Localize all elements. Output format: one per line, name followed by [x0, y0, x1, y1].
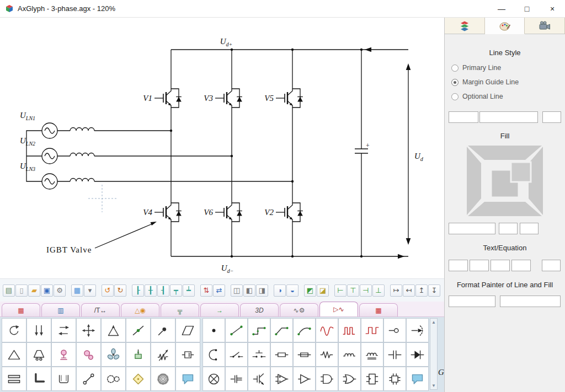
- table-dropdown-button[interactable]: ▾: [84, 284, 96, 297]
- flip-vertical-button[interactable]: ◒: [286, 284, 299, 297]
- symbol-junction-dot[interactable]: [202, 318, 225, 342]
- fill-opt1-input[interactable]: [499, 223, 518, 234]
- symbol-pin-support[interactable]: [51, 342, 76, 367]
- minimize-button[interactable]: —: [489, 0, 514, 17]
- symbol-gear[interactable]: [151, 367, 175, 391]
- text-opt2-input[interactable]: [470, 260, 489, 271]
- align-bottom-button[interactable]: ┷: [183, 284, 195, 297]
- align-top-button[interactable]: ┯: [170, 284, 182, 297]
- label-v4[interactable]: V4: [143, 208, 152, 217]
- scroll-down-icon[interactable]: ▼: [431, 383, 436, 388]
- maximize-button[interactable]: □: [514, 0, 540, 17]
- tab-shapes[interactable]: △◉: [121, 303, 159, 316]
- symbol-current-probe[interactable]: [406, 318, 429, 342]
- symbol-damper[interactable]: [175, 342, 200, 367]
- label-v5[interactable]: V5: [264, 94, 274, 103]
- move-order-up-button[interactable]: ⇅: [200, 284, 212, 297]
- pair-panels-button[interactable]: ◫: [231, 284, 243, 297]
- tab-structure[interactable]: ╦: [161, 303, 199, 316]
- symbol-sine-source[interactable]: [316, 318, 338, 342]
- symbol-roller-support[interactable]: [76, 342, 101, 367]
- symbol-node-dot[interactable]: [151, 318, 175, 342]
- symbol-arrows-shear[interactable]: [51, 318, 76, 342]
- symbol-open-terminal[interactable]: [383, 318, 406, 342]
- settings-button[interactable]: ⚙: [54, 284, 66, 297]
- symbol-ic-chip[interactable]: [383, 367, 406, 391]
- tab-mechanics[interactable]: ∿⚙: [280, 303, 318, 316]
- symbol-coil[interactable]: [338, 342, 361, 367]
- bring-to-front-button[interactable]: ◩: [304, 284, 316, 297]
- symbol-wire-step[interactable]: [248, 318, 270, 342]
- symbol-and-gate[interactable]: [316, 367, 338, 391]
- radio-button-icon[interactable]: [451, 65, 459, 72]
- open-folder-button[interactable]: ▰: [28, 284, 40, 297]
- circuit-diagram[interactable]: Ud+ Ud− Ud ULN1 ULN2 ULN3 V1 V3 V5 V4 V6…: [0, 18, 444, 278]
- symbol-capacitor[interactable]: [383, 342, 406, 367]
- label-v6[interactable]: V6: [204, 208, 213, 217]
- label-v2[interactable]: V2: [264, 208, 274, 217]
- fill-color-input[interactable]: [449, 223, 495, 234]
- align-edge-top-button[interactable]: ⊤: [347, 284, 359, 297]
- symbol-diamond-link[interactable]: [126, 367, 151, 391]
- symbol-fuse[interactable]: [293, 342, 316, 367]
- flip-horizontal-button[interactable]: ◑: [274, 284, 286, 297]
- distribute-horizontal-button[interactable]: ↦: [390, 284, 402, 297]
- panel-right-button[interactable]: ◨: [256, 284, 268, 297]
- align-edge-bottom-button[interactable]: ⊥: [372, 284, 385, 297]
- tab-arrows[interactable]: →: [200, 303, 239, 316]
- symbol-wire-nodes[interactable]: [225, 318, 248, 342]
- radio-button-icon[interactable]: [451, 79, 459, 86]
- symbol-resistor-box[interactable]: [270, 342, 293, 367]
- tab-three-d[interactable]: 3D: [240, 303, 279, 316]
- symbol-fan[interactable]: [101, 342, 126, 367]
- tab-media[interactable]: [525, 18, 565, 34]
- fit-width-button[interactable]: ↥: [415, 284, 428, 297]
- palette-scrollbar[interactable]: ▲▼: [430, 318, 438, 390]
- line-width-input[interactable]: [479, 111, 538, 123]
- label-ud-plus[interactable]: Ud+: [220, 37, 233, 47]
- distribute-vertical-button[interactable]: ↤: [403, 284, 415, 297]
- panel-left-button[interactable]: ◧: [243, 284, 255, 297]
- scroll-up-icon[interactable]: ▲: [431, 320, 436, 325]
- painter-line-input[interactable]: [449, 296, 495, 307]
- symbol-parallelogram[interactable]: [175, 318, 200, 342]
- radio-button-icon[interactable]: [451, 93, 459, 100]
- symbol-arrows-down[interactable]: [26, 318, 51, 342]
- symbol-mosfet[interactable]: [225, 367, 248, 391]
- symbol-spring-arrow[interactable]: [151, 342, 175, 367]
- align-edge-left-button[interactable]: ⊢: [334, 284, 347, 297]
- symbol-square-source[interactable]: [361, 318, 383, 342]
- label-uln1[interactable]: ULN1: [20, 111, 35, 121]
- symbol-switch-push[interactable]: [248, 342, 270, 367]
- line-color-input[interactable]: [449, 111, 478, 123]
- symbol-diode[interactable]: [406, 342, 429, 367]
- symbol-inductor-core[interactable]: [361, 342, 383, 367]
- radio-margin-guide-line[interactable]: Margin Guide Line: [451, 78, 519, 86]
- symbol-arrows-poly[interactable]: [101, 318, 126, 342]
- symbol-pulse-source[interactable]: [338, 318, 361, 342]
- symbol-lamp[interactable]: [202, 367, 225, 391]
- symbol-pickup-coil[interactable]: [202, 342, 225, 367]
- symbol-beam-flat[interactable]: [2, 367, 26, 391]
- align-edge-right-button[interactable]: ⊣: [360, 284, 372, 297]
- label-v1[interactable]: V1: [143, 94, 152, 103]
- fit-height-button[interactable]: ↧: [428, 284, 440, 297]
- label-ud[interactable]: Ud: [414, 152, 424, 162]
- symbol-or-gate[interactable]: [338, 367, 361, 391]
- radio-optional-line[interactable]: Optional Line: [451, 93, 519, 100]
- symbol-trapezoid-roller[interactable]: [26, 342, 51, 367]
- redo-button[interactable]: ↻: [114, 284, 126, 297]
- label-v3[interactable]: V3: [204, 94, 213, 103]
- igbt-valves[interactable]: [154, 85, 303, 225]
- symbol-buffer-gate[interactable]: [293, 367, 316, 391]
- align-left-button[interactable]: ┠: [132, 284, 144, 297]
- symbol-speech-bubble-blue[interactable]: [406, 367, 429, 391]
- symbol-resistor-zigzag[interactable]: [316, 342, 338, 367]
- tab-charts[interactable]: ▥: [41, 303, 80, 316]
- tab-symbols[interactable]: ▦: [2, 303, 40, 316]
- symbol-igbt[interactable]: [248, 367, 270, 391]
- symbol-arrows-move[interactable]: [76, 318, 101, 342]
- symbol-opamp[interactable]: [270, 367, 293, 391]
- align-center-button[interactable]: ╂: [145, 284, 157, 297]
- fill-opt2-input[interactable]: [520, 223, 539, 234]
